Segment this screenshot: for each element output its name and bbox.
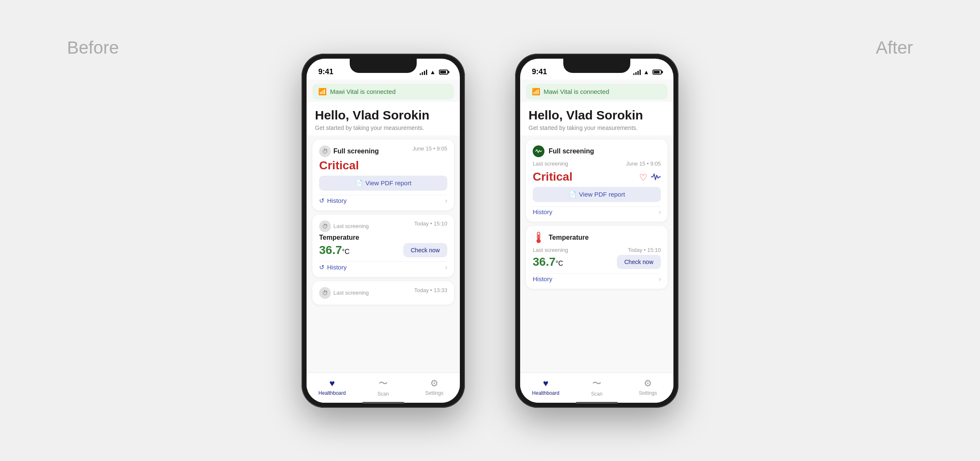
greeting-subtitle-before: Get started by taking your measurements.	[315, 124, 451, 131]
settings-icon-after: ⚙	[644, 378, 652, 389]
connection-text: Mawi Vital is connected	[330, 88, 395, 95]
temp-number-after: 36.7	[533, 255, 556, 268]
temp-history-chevron-before: ›	[445, 264, 447, 271]
screen-before: 📶 Mawi Vital is connected Hello, Vlad So…	[307, 80, 460, 403]
settings-label-after: Settings	[639, 390, 657, 396]
tab-scan-before[interactable]: 〜 Scan	[358, 377, 409, 397]
full-screening-card-before: ⏱ Full screening June 15 • 9:05 Critical…	[312, 140, 454, 210]
screen-after: 📶 Mawi Vital is connected Hello, Vlad So…	[520, 80, 673, 403]
scan-label-after: Scan	[591, 391, 602, 397]
healthboard-label-after: Healthboard	[532, 390, 559, 396]
tab-settings-after[interactable]: ⚙ Settings	[622, 378, 673, 396]
temp-title-row: Temperature	[533, 232, 661, 243]
greeting-subtitle-after: Get started by taking your measurements.	[529, 124, 665, 131]
full-screening-icon: ⏱	[319, 145, 331, 157]
temp-history-label-before: ↺ History	[319, 264, 347, 271]
temp-title-section: ⏱ Last screening	[319, 220, 369, 232]
scan-label-before: Scan	[377, 391, 389, 397]
settings-icon-before: ⚙	[430, 378, 438, 389]
tab-bar-before: ♥ Healthboard 〜 Scan ⚙ Settings	[307, 373, 460, 403]
history-chevron-after: ›	[659, 208, 661, 216]
full-screening-history-label-after: History	[533, 208, 552, 215]
full-screening-title-row: Full screening	[533, 145, 661, 157]
temp-screening-label: Last screening	[333, 223, 369, 229]
temp-history-row-before[interactable]: ↺ History ›	[319, 262, 447, 271]
full-screening-status-before: Critical	[319, 159, 447, 172]
connection-icon: 📶	[318, 88, 327, 96]
full-screening-card-after: Full screening Last screening June 15 • …	[526, 140, 668, 222]
greeting-name-before: Hello, Vlad Sorokin	[315, 108, 451, 123]
status-time: 9:41	[318, 67, 333, 76]
signal-icon	[420, 69, 427, 75]
critical-row-after: Critical ♡	[533, 168, 661, 187]
status-icons-after: ▲	[633, 69, 662, 75]
full-screening-meta-after: Last screening June 15 • 9:05	[533, 161, 661, 167]
greeting-section-after: Hello, Vlad Sorokin Get started by takin…	[520, 102, 673, 135]
check-now-button-before[interactable]: Check now	[403, 243, 447, 257]
temp-header-before: ⏱ Last screening Today • 15:10	[319, 220, 447, 232]
greeting-name-after: Hello, Vlad Sorokin	[529, 108, 665, 123]
connection-text-after: Mawi Vital is connected	[544, 88, 609, 95]
before-label: Before	[67, 38, 119, 58]
after-label: After	[876, 38, 913, 58]
critical-action-icons: ♡	[639, 172, 661, 183]
third-header-before: ⏱ Last screening Today • 13:33	[319, 287, 447, 299]
tab-healthboard-after[interactable]: ♥ Healthboard	[520, 378, 571, 396]
pdf-button-label: View PDF report	[366, 179, 412, 186]
scan-icon-before: 〜	[379, 377, 388, 390]
healthboard-icon-before: ♥	[329, 378, 335, 389]
home-indicator-after	[576, 402, 618, 404]
svg-point-1	[536, 239, 541, 243]
home-indicator-before	[362, 402, 404, 404]
temp-title-before: Temperature	[319, 234, 447, 241]
before-phone: 9:41 ▲ 📶	[302, 54, 465, 408]
full-screening-history-row-after[interactable]: History ›	[533, 206, 661, 216]
full-screening-date-before: June 15 • 9:05	[413, 145, 447, 152]
temp-history-chevron-after: ›	[659, 275, 661, 283]
full-screening-history-row-before[interactable]: ↺ History ›	[319, 195, 447, 205]
battery-icon-after	[652, 70, 662, 75]
notch	[350, 59, 417, 73]
status-icons: ▲	[420, 69, 448, 75]
heart-action-icon[interactable]: ♡	[639, 172, 647, 183]
status-time-after: 9:41	[532, 67, 547, 76]
temp-title-after: Temperature	[549, 234, 589, 241]
third-screening-label: Last screening	[333, 290, 369, 296]
connection-icon-after: 📶	[532, 88, 540, 96]
battery-icon	[439, 70, 448, 75]
temp-unit-before: °C	[342, 248, 350, 255]
temp-date-before: Today • 15:10	[414, 220, 447, 227]
tab-scan-after[interactable]: 〜 Scan	[571, 377, 622, 397]
temp-history-row-after[interactable]: History ›	[533, 273, 661, 283]
history-icon-before: ↺	[319, 197, 325, 205]
cards-area-after: Full screening Last screening June 15 • …	[520, 135, 673, 373]
pulse-action-icon[interactable]	[651, 172, 661, 183]
pdf-button-label-after: View PDF report	[579, 191, 625, 198]
temp-number-before: 36.7	[319, 243, 342, 256]
wifi-icon-after: ▲	[643, 69, 649, 75]
full-screening-icon-after	[533, 145, 544, 157]
third-date-before: Today • 13:33	[414, 287, 447, 293]
full-screening-status-after: Critical	[533, 170, 573, 184]
view-pdf-button-before[interactable]: 📄 View PDF report	[319, 176, 447, 191]
temp-history-icon-before: ↺	[319, 264, 325, 271]
cards-area-before: ⏱ Full screening June 15 • 9:05 Critical…	[307, 135, 460, 373]
settings-label-before: Settings	[425, 390, 443, 396]
history-chevron-before: ›	[445, 197, 447, 205]
signal-icon-after	[633, 69, 641, 75]
tab-healthboard-before[interactable]: ♥ Healthboard	[307, 378, 358, 396]
wifi-icon: ▲	[430, 69, 436, 75]
full-screening-header: ⏱ Full screening June 15 • 9:05	[319, 145, 447, 157]
svg-rect-2	[538, 234, 539, 239]
third-screening-icon: ⏱	[319, 287, 331, 299]
check-now-button-after[interactable]: Check now	[617, 255, 661, 269]
healthboard-icon-after: ♥	[543, 378, 548, 389]
temp-value-after: 36.7°C	[533, 255, 563, 269]
temp-history-label-after: History	[533, 275, 552, 282]
tab-settings-before[interactable]: ⚙ Settings	[409, 378, 460, 396]
history-text-before: History	[327, 197, 347, 204]
greeting-section-before: Hello, Vlad Sorokin Get started by takin…	[307, 102, 460, 135]
view-pdf-button-after[interactable]: 📄 View PDF report	[533, 187, 661, 202]
temp-value-row-before: 36.7°C Check now	[319, 243, 447, 257]
connection-banner-before: 📶 Mawi Vital is connected	[312, 84, 454, 99]
